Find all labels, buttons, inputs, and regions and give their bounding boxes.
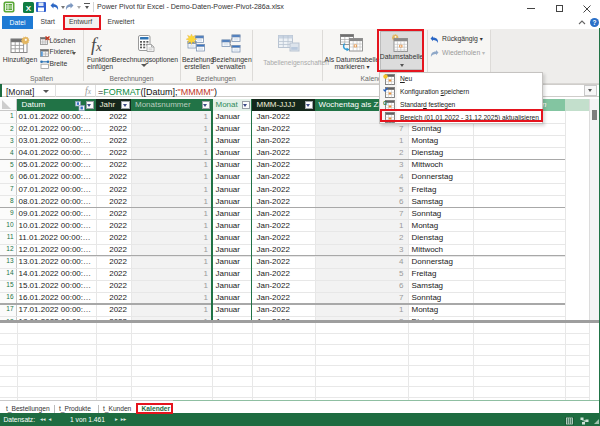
- svg-text:X: X: [26, 4, 32, 13]
- svg-text:G: G: [383, 100, 387, 106]
- svg-text:?: ?: [593, 19, 597, 26]
